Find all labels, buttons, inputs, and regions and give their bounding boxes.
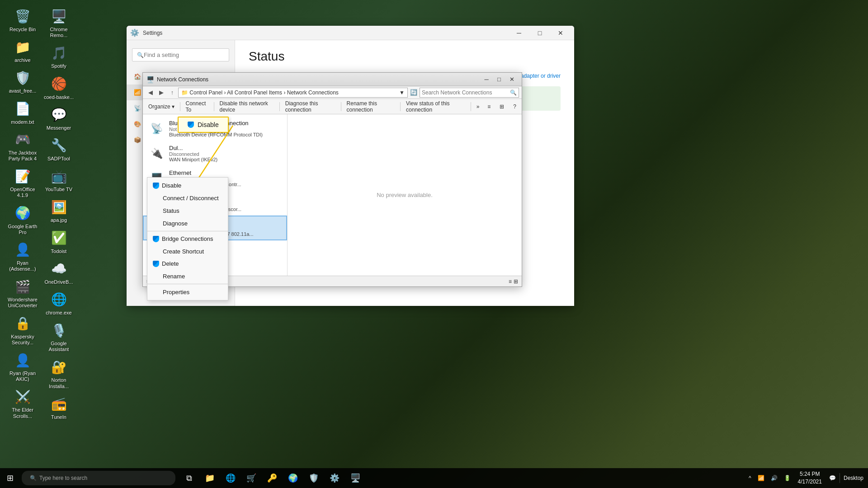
ctx-create-shortcut[interactable]: Create Shortcut bbox=[147, 245, 228, 258]
desktop-icon-google-assistant[interactable]: 🎙️ Google Assistant bbox=[41, 319, 77, 355]
desktop-icon-onedrive[interactable]: ☁️ OneDriveB... bbox=[41, 257, 77, 288]
desktop-icon-chrome[interactable]: 🌐 chrome.exe bbox=[41, 288, 77, 319]
list-view-icon[interactable]: ≡ bbox=[509, 278, 512, 285]
nav-back-button[interactable]: ◀ bbox=[146, 88, 156, 98]
tile-view-icon[interactable]: ⊞ bbox=[514, 278, 518, 285]
taskbar-store[interactable]: 🛒 bbox=[241, 468, 261, 488]
tray-volume[interactable]: 🔊 bbox=[768, 473, 780, 483]
settings-search-input[interactable] bbox=[144, 52, 224, 58]
netconn-close-button[interactable]: ✕ bbox=[505, 74, 518, 85]
apa-label: apa.jpg bbox=[51, 217, 67, 223]
desktop-icon-google-earth[interactable]: 🌍 Google Earth Pro bbox=[5, 202, 41, 238]
settings-search-box[interactable]: 🔍 bbox=[132, 48, 229, 61]
rename-button[interactable]: Rename this connection bbox=[343, 99, 399, 114]
settings-window-title: Settings bbox=[143, 30, 509, 36]
google-assistant-label: Google Assistant bbox=[42, 341, 75, 352]
settings-minimize-button[interactable]: ─ bbox=[509, 26, 529, 40]
taskbar-chrome[interactable]: 🌍 bbox=[283, 468, 303, 488]
ctx-connect-icon bbox=[153, 194, 160, 202]
tray-network[interactable]: 📶 bbox=[755, 473, 767, 483]
desktop-icon-archive[interactable]: 📁 archive bbox=[5, 35, 41, 66]
bluetooth-conn-icon: 📡 bbox=[148, 121, 165, 137]
dul-conn-type: WAN Miniport (IKEv2) bbox=[169, 157, 282, 162]
more-options-button[interactable]: » bbox=[473, 102, 483, 111]
ctx-diagnose[interactable]: Diagnose bbox=[147, 217, 228, 230]
settings-close-button[interactable]: ✕ bbox=[551, 26, 571, 40]
ctx-bridge-connections[interactable]: Bridge Connections bbox=[147, 233, 228, 245]
nav-forward-button[interactable]: ▶ bbox=[156, 88, 166, 98]
desktop-icon-recycle-bin[interactable]: 🗑️ Recycle Bin bbox=[5, 5, 41, 35]
toolbar-separator-2 bbox=[214, 102, 214, 111]
nav-refresh-button[interactable]: 🔄 bbox=[409, 88, 419, 98]
ctx-properties[interactable]: Properties bbox=[147, 286, 228, 298]
nav-up-button[interactable]: ↑ bbox=[167, 88, 177, 98]
desktop-icon-youtube[interactable]: 📺 YouTube TV bbox=[41, 164, 77, 195]
taskbar-settings[interactable]: ⚙️ bbox=[325, 468, 344, 488]
taskbar-task-view[interactable]: ⧉ bbox=[179, 468, 199, 488]
netconn-minimize-button[interactable]: ─ bbox=[480, 74, 493, 85]
netconn-maximize-button[interactable]: □ bbox=[493, 74, 505, 85]
desktop-icon-chrome-remote[interactable]: 🖥️ Chrome Remo... bbox=[41, 5, 77, 41]
desktop-icon-elder-scrolls[interactable]: ⚔️ The Elder Scrolls... bbox=[5, 385, 41, 422]
diagnose-button[interactable]: Diagnose this connection bbox=[282, 99, 339, 114]
netconn-search-box[interactable]: 🔍 bbox=[420, 88, 519, 98]
help-button[interactable]: ? bbox=[509, 102, 520, 111]
taskbar-bitwarden[interactable]: 🔑 bbox=[262, 468, 282, 488]
taskbar-antivirus[interactable]: 🛡️ bbox=[304, 468, 324, 488]
organize-button[interactable]: Organize ▾ bbox=[145, 102, 178, 111]
tray-clock[interactable]: 5:24 PM 4/17/2021 bbox=[794, 469, 826, 488]
taskbar: ⊞ 🔍 Type here to search ⧉ 📁 🌐 🛒 🔑 🌍 🛡️ ⚙… bbox=[0, 468, 868, 488]
desktop-icon-messenger[interactable]: 💬 Messenger bbox=[41, 103, 77, 134]
disable-network-button[interactable]: Disable this network device bbox=[216, 99, 277, 114]
netconn-search-input[interactable] bbox=[422, 89, 510, 96]
disable-label: Disable this network device bbox=[219, 100, 274, 113]
ctx-rename[interactable]: Rename bbox=[147, 270, 228, 282]
desktop-icon-openoffice[interactable]: 📝 OpenOffice 4.1.9 bbox=[5, 164, 41, 201]
taskbar-edge[interactable]: 🌐 bbox=[221, 468, 241, 488]
desktop-icon-avast[interactable]: 🛡️ avast_free... bbox=[5, 66, 41, 97]
desktop-icon-ryan-akic[interactable]: 👤 Ryan (Ryan AKIC) bbox=[5, 348, 41, 385]
view-details-button[interactable]: ≡ bbox=[484, 102, 494, 111]
spotify-label: Spotify bbox=[51, 63, 66, 69]
openoffice-icon: 📝 bbox=[14, 167, 32, 185]
taskbar-file-explorer[interactable]: 📁 bbox=[200, 468, 220, 488]
desktop-icon-ryan[interactable]: 👤 Ryan (Adsense...) bbox=[5, 238, 41, 275]
netconn-toolbar: Organize ▾ Connect To Disable this netwo… bbox=[143, 99, 522, 114]
view-icons-button[interactable]: ⊞ bbox=[496, 102, 508, 111]
kaspersky-label: Kaspersky Security... bbox=[6, 334, 39, 346]
ctx-delete[interactable]: Delete bbox=[147, 258, 228, 270]
desktop-icon-tunein[interactable]: 📻 TuneIn bbox=[41, 392, 77, 423]
ctx-rename-label: Rename bbox=[163, 273, 185, 280]
breadcrumb[interactable]: 📁 Control Panel › All Control Panel Item… bbox=[178, 88, 408, 98]
desktop-icon-todoist[interactable]: ✅ Todoist bbox=[41, 226, 77, 257]
connect-to-button[interactable]: Connect To bbox=[182, 99, 212, 114]
tray-desktop-button[interactable]: Desktop bbox=[840, 473, 866, 483]
dul-conn-info: Dul... Disconnected WAN Miniport (IKEv2) bbox=[169, 145, 282, 162]
taskbar-search-icon: 🔍 bbox=[30, 475, 37, 481]
diagnose-label: Diagnose this connection bbox=[285, 100, 335, 113]
desktop-icon-sadp[interactable]: 🔧 SADPTool bbox=[41, 134, 77, 164]
breadcrumb-dropdown-icon[interactable]: ▼ bbox=[399, 89, 405, 96]
tray-expand[interactable]: ^ bbox=[746, 473, 754, 483]
desktop-icon-apa[interactable]: 🖼️ apa.jpg bbox=[41, 195, 77, 226]
connection-item-dul[interactable]: 🔌 Dul... Disconnected WAN Miniport (IKEv… bbox=[143, 141, 287, 166]
settings-maximize-button[interactable]: □ bbox=[530, 26, 550, 40]
ctx-disable[interactable]: Disable bbox=[147, 179, 228, 192]
ctx-status-icon bbox=[153, 207, 160, 214]
desktop-icon-spotify[interactable]: 🎵 Spotify bbox=[41, 41, 77, 72]
taskbar-search[interactable]: 🔍 Type here to search bbox=[22, 471, 175, 485]
tray-battery[interactable]: 🔋 bbox=[781, 473, 793, 483]
desktop-icon-wondershare[interactable]: 🎬 Wondershare UniConverter bbox=[5, 275, 41, 311]
desktop-icon-norton[interactable]: 🔐 Norton Installa... bbox=[41, 355, 77, 392]
start-button[interactable]: ⊞ bbox=[0, 468, 20, 488]
taskbar-terminal[interactable]: 🖥️ bbox=[345, 468, 365, 488]
ctx-connect-disconnect[interactable]: Connect / Disconnect bbox=[147, 192, 228, 204]
view-status-button[interactable]: View status of this connection bbox=[402, 99, 469, 114]
desktop-icon-kaspersky[interactable]: 🔒 Kaspersky Security... bbox=[5, 312, 41, 348]
ctx-status[interactable]: Status bbox=[147, 204, 228, 217]
desktop-icon-jackbox[interactable]: 🎮 The Jackbox Party Pack 4 bbox=[5, 128, 41, 164]
ctx-shortcut-label: Create Shortcut bbox=[163, 248, 204, 255]
desktop-icon-coed[interactable]: 🏀 coed-baske... bbox=[41, 72, 77, 103]
tray-notification[interactable]: 💬 bbox=[826, 473, 839, 483]
desktop-icon-modem[interactable]: 📄 modem.txt bbox=[5, 97, 41, 128]
